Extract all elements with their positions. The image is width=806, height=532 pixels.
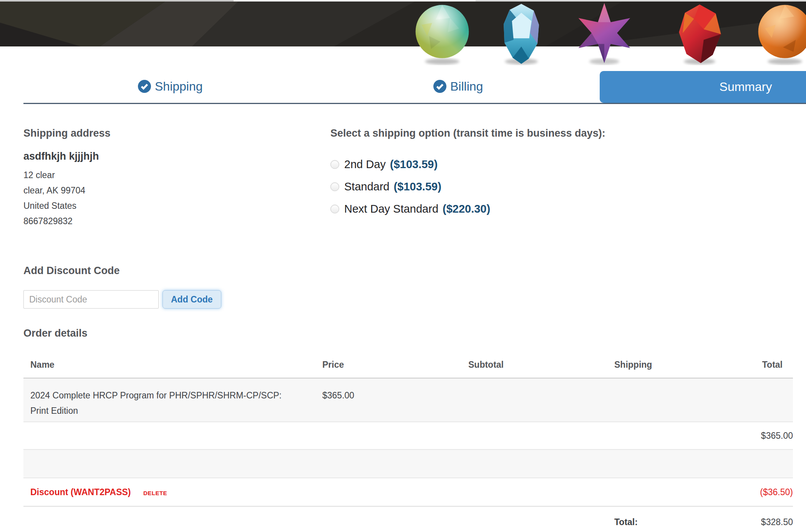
address-line-city: clear, AK 99704 — [23, 183, 111, 198]
column-header-price: Price — [322, 360, 468, 378]
shipping-option-label: Next Day Standard — [344, 203, 438, 215]
address-line-street: 12 clear — [23, 167, 111, 183]
radio-icon[interactable] — [330, 182, 339, 191]
line-total-value: $365.00 — [722, 431, 793, 441]
order-details-heading: Order details — [23, 327, 88, 340]
table-row-grand-total: Total: $328.50 — [23, 507, 793, 532]
discount-code-heading: Add Discount Code — [23, 265, 120, 277]
table-row-discount: Discount (WANT2PASS) DELETE ($36.50) — [23, 478, 793, 507]
grand-total-value: $328.50 — [722, 517, 793, 527]
shipping-option-label: Standard — [344, 180, 390, 193]
table-header-row: Name Price Subtotal Shipping Total — [23, 349, 793, 378]
tab-summary-active[interactable]: Summary — [600, 71, 806, 103]
tabs-underline — [23, 103, 806, 104]
discount-amount: ($36.50) — [722, 487, 793, 497]
discount-code-input[interactable] — [23, 290, 159, 309]
tab-shipping-label: Shipping — [155, 79, 203, 94]
shipping-option-2nd-day[interactable]: 2nd Day ($103.59) — [330, 154, 605, 176]
tab-billing[interactable]: Billing — [433, 78, 483, 95]
decor-orange-sphere — [756, 2, 806, 66]
decor-red-gem — [671, 2, 728, 66]
discount-label: Discount (WANT2PASS) — [30, 487, 131, 497]
decor-green-sphere — [413, 2, 471, 66]
column-header-shipping: Shipping — [614, 360, 722, 378]
column-header-subtotal: Subtotal — [468, 360, 614, 378]
table-row-spacer — [23, 450, 793, 478]
shipping-option-label: 2nd Day — [344, 158, 386, 171]
decor-purple-star — [575, 2, 633, 66]
shipping-options-section: Select a shipping option (transit time i… — [330, 127, 605, 220]
table-row-subtotal: $365.00 — [23, 422, 793, 450]
delete-discount-link[interactable]: DELETE — [143, 490, 167, 496]
column-header-name: Name — [23, 360, 322, 378]
shipping-option-price: ($220.30) — [443, 203, 490, 215]
product-name: 2024 Complete HRCP Program for PHR/SPHR/… — [23, 378, 287, 421]
add-code-button[interactable]: Add Code — [163, 290, 221, 309]
table-row-product: 2024 Complete HRCP Program for PHR/SPHR/… — [23, 378, 793, 422]
shipping-option-next-day[interactable]: Next Day Standard ($220.30) — [330, 198, 605, 220]
check-circle-icon — [433, 80, 446, 93]
radio-icon[interactable] — [330, 205, 339, 213]
grand-total-label: Total: — [614, 517, 722, 527]
order-details-table: Name Price Subtotal Shipping Total 2024 … — [23, 349, 793, 532]
product-price: $365.00 — [322, 378, 468, 421]
recipient-name: asdfhkjh kjjjhjh — [23, 150, 111, 162]
shipping-address-section: Shipping address asdfhkjh kjjjhjh 12 cle… — [23, 127, 111, 229]
decor-blue-crystal — [493, 2, 550, 66]
tab-summary-label: Summary — [720, 80, 772, 94]
shipping-option-price: ($103.59) — [390, 158, 438, 171]
checkout-page: Shipping Billing Summary Shipping addres… — [0, 0, 806, 532]
discount-code-form: Add Code — [23, 290, 221, 309]
tab-shipping[interactable]: Shipping — [138, 78, 203, 95]
column-header-total: Total — [722, 360, 793, 378]
check-circle-icon — [138, 80, 151, 93]
tab-billing-label: Billing — [450, 79, 483, 94]
shipping-address-heading: Shipping address — [23, 127, 111, 140]
shipping-options-heading: Select a shipping option (transit time i… — [330, 127, 605, 140]
shipping-option-price: ($103.59) — [394, 180, 441, 193]
shipping-option-standard[interactable]: Standard ($103.59) — [330, 176, 605, 198]
address-line-country: United States — [23, 198, 111, 213]
address-line-phone: 8667829832 — [23, 213, 111, 229]
radio-icon[interactable] — [330, 160, 339, 169]
